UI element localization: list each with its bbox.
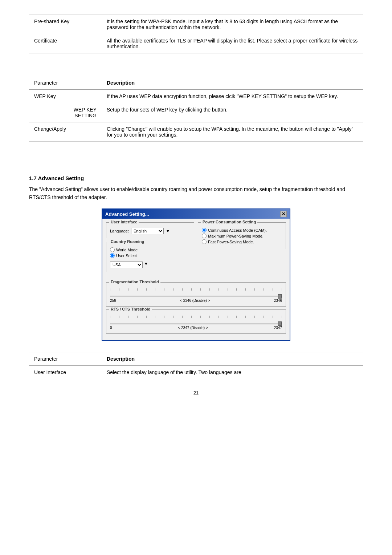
tick <box>191 316 192 318</box>
dialog-close-button[interactable]: ✕ <box>280 211 287 217</box>
tick <box>219 316 219 318</box>
country-roaming-content: World Mode User Select USA ▼ <box>110 247 190 268</box>
user-select-label: User Select <box>116 254 137 258</box>
section-17-heading: 1.7 Advanced Setting <box>29 175 363 181</box>
dialog-body: User Interface Language: English ▼ Count <box>102 219 290 279</box>
tick <box>245 288 246 291</box>
world-mode-radio[interactable] <box>110 247 115 252</box>
country-dropdown-arrow: ▼ <box>144 262 148 266</box>
tick <box>128 288 128 291</box>
dialog-right-panel: Power Consumption Setting Continuous Acc… <box>198 222 286 276</box>
tick <box>273 316 273 318</box>
tick <box>137 288 138 291</box>
power-consumption-group: Power Consumption Setting Continuous Acc… <box>198 222 286 249</box>
col-header-param: Parameter <box>29 76 102 90</box>
frag-max-label: 2346 <box>274 299 282 303</box>
first-param-table: Pre-shared Key It is the setting for WPA… <box>29 15 363 53</box>
param-description: Setup the four sets of WEP key by clicki… <box>102 103 363 122</box>
tick <box>119 288 119 291</box>
advanced-setting-dialog: Advanced Setting... ✕ User Interface Lan… <box>102 208 290 341</box>
tick <box>155 288 155 291</box>
fragmentation-slider-area: 256 < 2346 (Disable) > 2346 <box>110 288 282 303</box>
tick <box>110 288 110 291</box>
tick <box>273 288 273 291</box>
tick <box>173 288 173 291</box>
country-select-row: USA ▼ <box>110 259 190 268</box>
table-row: WEP KEY SETTING Setup the four sets of W… <box>29 103 363 122</box>
section-17-intro: The "Advanced Setting" allows user to en… <box>29 186 363 201</box>
page-number: 21 <box>29 390 363 396</box>
fragmentation-slider-track[interactable] <box>110 296 282 297</box>
frag-min-label: 256 <box>110 299 116 303</box>
cam-radio[interactable] <box>202 228 207 232</box>
tick <box>282 316 282 318</box>
world-mode-label: World Mode <box>116 248 138 252</box>
tick <box>155 316 155 318</box>
tick <box>146 316 147 318</box>
user-interface-group-title: User Interface <box>109 220 139 224</box>
tick <box>254 288 255 291</box>
dialog-wrapper: Advanced Setting... ✕ User Interface Lan… <box>29 208 363 341</box>
bottom-param-description: Select the display language of the utili… <box>102 366 363 379</box>
country-select[interactable]: USA <box>110 262 143 268</box>
language-select[interactable]: English <box>131 228 164 234</box>
max-power-label: Maximum Power-Saving Mode. <box>208 234 264 238</box>
param-name-wep-key-setting: WEP KEY SETTING <box>29 103 102 122</box>
param-description: All the available certificates for TLS o… <box>102 34 363 53</box>
tick <box>245 316 246 318</box>
rts-slider-thumb[interactable] <box>278 321 282 326</box>
user-select-row: User Select <box>110 253 190 258</box>
world-mode-row: World Mode <box>110 247 190 252</box>
bottom-param-name: User Interface <box>29 366 102 379</box>
tick <box>110 316 110 318</box>
table-row: User Interface Select the display langua… <box>29 366 363 379</box>
frag-center-label: < 2346 (Disable) > <box>180 299 210 303</box>
rts-max-label: 2347 <box>274 326 282 330</box>
rts-tick-row <box>110 316 282 318</box>
dialog-bottom-spacer <box>102 337 290 340</box>
bottom-table-header-row: Parameter Description <box>29 352 363 366</box>
dialog-left-panel: User Interface Language: English ▼ Count <box>106 222 194 276</box>
rts-group-title: RTS / CTS Threshold <box>109 307 152 311</box>
rts-slider-track[interactable] <box>110 323 282 324</box>
second-param-table: Parameter Description WEP Key If the AP … <box>29 76 363 142</box>
tick <box>209 288 210 291</box>
param-name: Pre-shared Key <box>29 15 102 34</box>
cam-row: Continuous Access Mode (CAM). <box>202 228 282 232</box>
table-header-row: Parameter Description <box>29 76 363 90</box>
tick <box>164 316 164 318</box>
user-interface-group: User Interface Language: English ▼ <box>106 222 194 238</box>
rts-center-label: < 2347 (Disable) > <box>178 326 208 330</box>
tick <box>119 316 119 318</box>
param-description: If the AP uses WEP data encryption funct… <box>102 90 363 103</box>
fast-power-row: Fast Power-Saving Mode. <box>202 239 282 244</box>
fragmentation-slider-thumb[interactable] <box>278 294 282 299</box>
dropdown-arrow: ▼ <box>166 229 170 233</box>
param-name: WEP Key <box>29 90 102 103</box>
table-row: Certificate All the available certificat… <box>29 34 363 53</box>
tick <box>264 316 264 318</box>
tick <box>173 316 173 318</box>
rts-slider-labels: 0 < 2347 (Disable) > 2347 <box>110 326 282 330</box>
tick <box>254 316 255 318</box>
frag-tick-row <box>110 288 282 291</box>
param-description: It is the setting for WPA-PSK mode. Inpu… <box>102 15 363 34</box>
cam-label: Continuous Access Mode (CAM). <box>208 228 267 232</box>
table-row: WEP Key If the AP uses WEP data encrypti… <box>29 90 363 103</box>
fragmentation-group-title: Fragmentation Threshold <box>109 280 160 284</box>
max-power-radio[interactable] <box>202 234 207 238</box>
bottom-param-table: Parameter Description User Interface Sel… <box>29 352 363 379</box>
dialog-title: Advanced Setting... <box>105 211 149 217</box>
bottom-col-header-param: Parameter <box>29 352 102 366</box>
dialog-titlebar: Advanced Setting... ✕ <box>102 209 290 219</box>
tick <box>164 288 164 291</box>
frag-slider-labels: 256 < 2346 (Disable) > 2346 <box>110 299 282 303</box>
tick <box>228 288 228 291</box>
col-header-description: Description <box>102 76 363 90</box>
rts-cts-threshold-group: RTS / CTS Threshold <box>106 309 286 334</box>
power-consumption-content: Continuous Access Mode (CAM). Maximum Po… <box>202 228 282 244</box>
fast-power-radio[interactable] <box>202 239 207 244</box>
tick <box>182 288 183 291</box>
user-select-radio[interactable] <box>110 253 115 258</box>
max-power-row: Maximum Power-Saving Mode. <box>202 234 282 238</box>
